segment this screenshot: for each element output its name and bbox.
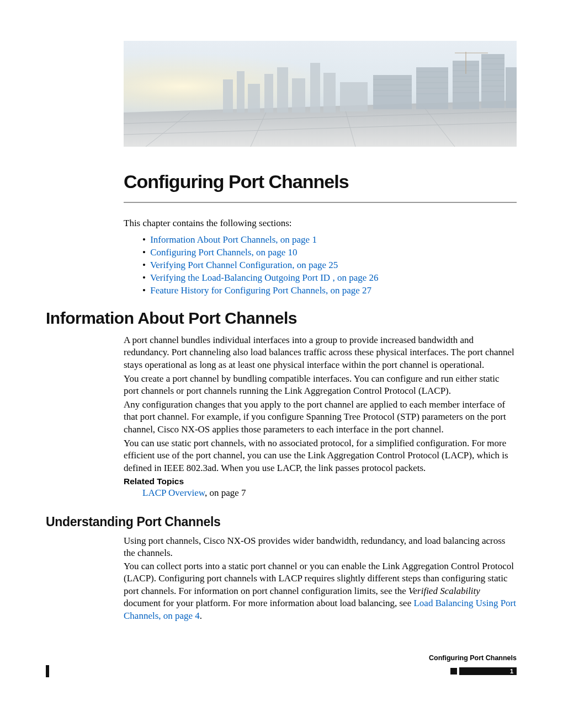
svg-rect-22 [506,67,517,108]
toc-item: • Information About Port Channels, on pa… [142,234,517,247]
body-paragraph: Using port channels, Cisco NX-OS provide… [124,535,517,560]
body-paragraph: You can collect ports into a static port… [124,560,517,622]
bullet-icon: • [142,272,146,283]
footer-book-title: Configuring Port Channels [429,654,517,662]
toc-item: • Configuring Port Channels, on page 10 [142,247,517,259]
toc-list: • Information About Port Channels, on pa… [142,234,517,297]
italic-text: Verified Scalability [408,586,480,596]
text-run: . [200,611,202,621]
footer-square-icon [450,668,457,675]
toc-item: • Verifying Port Channel Configuration, … [142,259,517,272]
toc-link[interactable]: Feature History for Configuring Port Cha… [150,285,371,296]
toc-link[interactable]: Verifying the Load-Balancing Outgoing Po… [150,272,379,283]
section-heading-information: Information About Port Channels [46,309,297,328]
related-topics-heading: Related Topics [124,477,184,486]
svg-rect-18 [373,75,412,109]
bullet-icon: • [142,247,146,258]
toc-link[interactable]: Configuring Port Channels, on page 10 [150,247,297,258]
text-run: document for your platform. For more inf… [124,598,413,608]
intro-text: This chapter contains the following sect… [124,217,517,229]
svg-rect-21 [481,54,504,108]
footer-left-mark [46,665,49,677]
svg-rect-13 [277,67,288,113]
bullet-icon: • [142,285,146,296]
toc-link[interactable]: Information About Port Channels, on page… [150,234,317,245]
body-paragraph: Any configuration changes that you apply… [124,399,517,436]
body-paragraph: A port channel bundles individual interf… [124,334,517,371]
footer-page-number: 1 [510,667,513,675]
body-paragraph: You can use static port channels, with n… [124,437,517,474]
related-topic-item: LACP Overview, on page 7 [142,488,517,499]
svg-rect-14 [292,78,305,113]
toc-link[interactable]: Verifying Port Channel Configuration, on… [150,260,338,270]
svg-rect-10 [237,71,245,113]
subsection-heading-understanding: Understanding Port Channels [46,515,220,529]
svg-rect-12 [264,74,273,113]
chapter-title: Configuring Port Channels [124,171,349,192]
svg-rect-17 [340,82,368,111]
toc-item: • Feature History for Configuring Port C… [142,285,517,297]
footer-page-decor: 1 [450,665,517,676]
footer-page-bar: 1 [459,667,517,675]
svg-rect-11 [248,84,260,113]
page-footer: Configuring Port Channels 1 [46,654,517,682]
related-topic-tail: , on page 7 [205,488,246,498]
toc-item: • Verifying the Load-Balancing Outgoing … [142,272,517,285]
svg-rect-15 [310,63,320,113]
svg-rect-9 [223,79,233,113]
body-paragraph: You create a port channel by bundling co… [124,373,517,398]
banner-image [124,41,517,147]
related-topic-link[interactable]: LACP Overview [142,488,205,498]
title-rule [124,202,517,203]
bullet-icon: • [142,234,146,245]
bullet-icon: • [142,260,146,270]
svg-rect-16 [323,73,336,113]
